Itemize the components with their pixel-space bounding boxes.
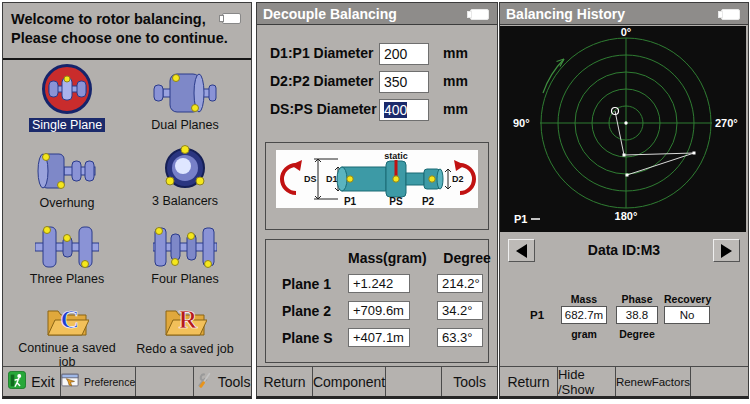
field-label: DS:PS Diameter <box>270 101 377 117</box>
dual-planes-icon <box>129 71 241 115</box>
planeS-mass-value: +407.1m <box>348 328 410 347</box>
exit-button[interactable]: Exit <box>3 367 61 396</box>
renew-factors-button[interactable]: RenewFactors <box>616 367 691 396</box>
screen-title: Balancing History <box>506 6 625 22</box>
preference-button[interactable]: Preference <box>61 367 136 396</box>
right-toolbar: Return Hide /Show RenewFactors <box>500 366 748 396</box>
ds-dim-label: DS <box>304 174 317 184</box>
three-planes-icon <box>11 225 123 269</box>
mode-overhung[interactable]: Overhung <box>11 149 123 211</box>
return-label: Return <box>507 374 549 390</box>
row-name: Plane S <box>282 330 333 346</box>
phase-header: Phase <box>616 293 658 305</box>
rotor-diagram-box: DS D1 static D2 <box>265 142 489 230</box>
dsps-diameter-input[interactable]: 400 <box>379 99 429 121</box>
mode-label: 3 Balancers <box>149 194 221 208</box>
history-recovery-value: No <box>664 306 710 324</box>
return-button[interactable]: Return <box>500 367 558 396</box>
polar-plot-area: 0° 90° 270° 180° P1 <box>500 26 746 232</box>
preference-icon <box>61 373 79 391</box>
field-label: D1:P1 Diameter <box>270 45 374 61</box>
mode-label: Continue a saved job <box>11 341 123 369</box>
plane2-mass-value: +709.6m <box>348 301 410 320</box>
row-name: Plane 2 <box>282 303 331 319</box>
mode-label: Overhung <box>37 196 98 210</box>
plane1-degree-value: 214.2° <box>437 274 483 293</box>
row-name: Plane 1 <box>282 276 331 292</box>
left-arrow-icon <box>516 244 527 258</box>
rotor-diagram: DS D1 static D2 <box>276 150 478 208</box>
d1-dim-label: D1 <box>326 174 338 184</box>
preference-label: Preference <box>84 376 135 388</box>
polar-label-0: 0° <box>621 26 632 38</box>
hide-show-button[interactable]: Hide /Show <box>558 367 616 396</box>
tools-button[interactable]: Tools <box>194 367 251 396</box>
prev-record-button[interactable] <box>508 239 535 262</box>
mode-3-balancers[interactable]: 3 Balancers <box>129 145 241 209</box>
plane2-degree-value: 34.2° <box>437 301 483 320</box>
field-label: D2:P2 Diameter <box>270 73 374 89</box>
p1-plane-label: P1 <box>344 196 357 207</box>
welcome-line-2: Please choose one to continue. <box>11 29 228 48</box>
field-unit: mm <box>443 73 468 89</box>
field-row-d1p1: D1:P1 Diameter 200 mm <box>257 43 497 67</box>
mode-label: Dual Planes <box>148 118 221 132</box>
svg-text:C: C <box>61 305 80 334</box>
right-arrow-icon <box>721 244 732 258</box>
left-toolbar: Exit Preference Tools <box>3 366 251 396</box>
mode-label: Four Planes <box>148 272 221 286</box>
planeS-degree-value: 63.3° <box>437 328 483 347</box>
d2-dim-label: D2 <box>452 174 464 184</box>
history-titlebar: Balancing History <box>500 3 748 25</box>
redo-job-folder-icon: R <box>129 299 241 339</box>
mode-single-plane[interactable]: Single Plane <box>11 63 123 133</box>
mode-label: Three Planes <box>27 272 107 286</box>
tools-label: Tools <box>218 374 251 390</box>
d1p1-diameter-input[interactable]: 200 <box>379 43 429 65</box>
battery-icon <box>470 9 489 20</box>
overhung-icon <box>11 149 123 193</box>
polar-plot: 0° 90° 270° 180° P1 <box>500 26 746 232</box>
polar-series-label: P1 <box>514 213 527 225</box>
d2p2-diameter-input[interactable]: 350 <box>379 71 429 93</box>
left-rotation-arrow <box>282 165 296 193</box>
field-value: 200 <box>384 46 407 62</box>
balancing-history-screen: Balancing History 0° 90° 270° 180° P1 Da… <box>499 2 749 399</box>
single-plane-icon <box>11 63 123 115</box>
mode-four-planes[interactable]: Four Planes <box>129 225 241 287</box>
history-mass-value: 682.7m <box>561 306 607 324</box>
mode-three-planes[interactable]: Three Planes <box>11 225 123 287</box>
exit-icon <box>8 371 26 392</box>
component-button[interactable]: Component <box>313 367 386 396</box>
decouple-titlebar: Decouple Balancing <box>257 3 497 25</box>
return-button[interactable]: Return <box>257 367 313 396</box>
polar-label-180: 180° <box>615 210 638 222</box>
phase-unit-label: Degree <box>616 328 658 340</box>
history-phase-value: 38.8 <box>616 306 658 324</box>
mode-continue-saved-job[interactable]: C Continue a saved job <box>11 299 123 370</box>
decouple-balancing-screen: Decouple Balancing D1:P1 Diameter 200 mm… <box>256 2 498 399</box>
hide-show-label: Hide /Show <box>558 367 615 397</box>
header-divider <box>3 58 251 60</box>
mode-dual-planes[interactable]: Dual Planes <box>129 71 241 133</box>
tools-label: Tools <box>453 374 486 390</box>
four-planes-icon <box>129 225 241 269</box>
next-record-button[interactable] <box>713 239 740 262</box>
svg-text:R: R <box>179 305 198 334</box>
return-label: Return <box>263 374 305 390</box>
toolbar-spacer <box>386 367 442 396</box>
mass-column-header: Mass(gram) <box>348 250 424 266</box>
mass-header: Mass <box>561 293 607 305</box>
battery-icon <box>222 13 241 24</box>
welcome-line-1: Welcome to rotor balancing, <box>11 10 228 29</box>
table-row-plane2: Plane 2 +709.6m 34.2° <box>266 301 488 321</box>
component-label: Component <box>313 374 385 390</box>
polar-label-270: 270° <box>715 117 738 129</box>
field-unit: mm <box>443 45 468 61</box>
mode-redo-saved-job[interactable]: R Redo a saved job <box>129 299 241 357</box>
tools-icon <box>195 371 213 392</box>
tools-button[interactable]: Tools <box>442 367 497 396</box>
toolbar-spacer <box>691 367 748 396</box>
field-unit: mm <box>443 101 468 117</box>
static-label: static <box>384 151 408 161</box>
